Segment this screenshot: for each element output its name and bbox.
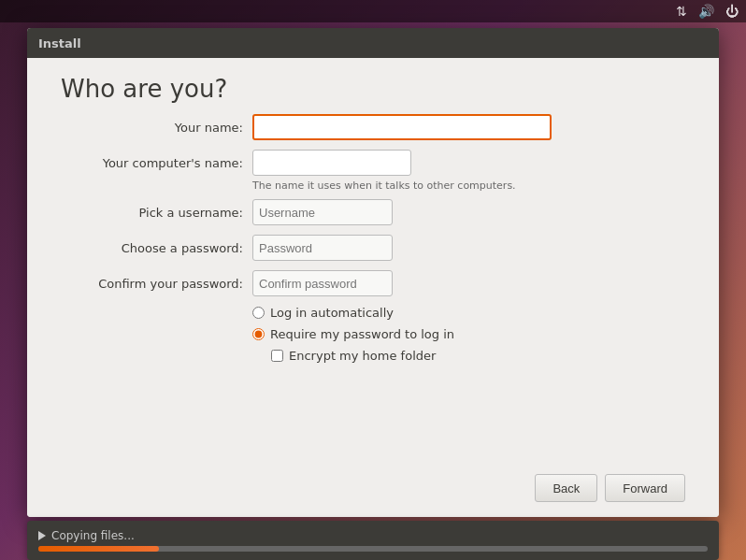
password-row: Choose a password: — [61, 235, 685, 261]
status-text-row: Copying files... — [38, 529, 708, 542]
computer-name-hint: The name it uses when it talks to other … — [252, 179, 685, 192]
button-row: Back Forward — [27, 463, 719, 517]
forward-button[interactable]: Forward — [605, 474, 685, 502]
confirm-password-row: Confirm your password: — [61, 270, 685, 296]
your-name-row: Your name: — [61, 114, 685, 140]
radio-require-password-label: Require my password to log in — [270, 327, 454, 341]
password-label: Choose a password: — [61, 241, 243, 255]
radio-auto-login[interactable] — [252, 307, 265, 319]
status-text: Copying files... — [51, 529, 135, 542]
checkbox-encrypt[interactable] — [271, 350, 283, 362]
progress-bar-background — [38, 546, 708, 552]
your-name-label: Your name: — [61, 121, 243, 135]
window-title: Install — [38, 36, 81, 50]
username-row: Pick a username: — [61, 199, 685, 225]
radio-require-password-row: Require my password to log in — [252, 327, 685, 341]
radio-auto-login-label: Log in automatically — [270, 306, 394, 320]
your-name-input[interactable] — [252, 114, 552, 140]
sort-icon: ⇅ — [676, 4, 687, 19]
volume-icon: 🔊 — [698, 4, 714, 19]
confirm-password-label: Confirm your password: — [61, 277, 243, 291]
confirm-password-input[interactable] — [252, 270, 393, 296]
play-icon — [38, 531, 46, 540]
install-window: Install Who are you? Your name: Your com… — [27, 28, 719, 517]
radio-auto-login-row: Log in automatically — [252, 306, 685, 320]
form-area: Your name: Your computer's name: The nam… — [27, 114, 719, 463]
window-title-bar: Install — [27, 28, 719, 58]
radio-require-password[interactable] — [252, 328, 265, 340]
checkbox-encrypt-row: Encrypt my home folder — [271, 349, 685, 363]
username-label: Pick a username: — [61, 206, 243, 220]
computer-name-input[interactable] — [252, 150, 411, 176]
page-title: Who are you? — [27, 58, 719, 114]
window-body: Who are you? Your name: Your computer's … — [27, 58, 719, 517]
password-input[interactable] — [252, 235, 393, 261]
username-input[interactable] — [252, 199, 393, 225]
top-bar: ⇅ 🔊 ⏻ — [0, 0, 746, 22]
computer-name-row: Your computer's name: — [61, 150, 685, 176]
checkbox-encrypt-label: Encrypt my home folder — [289, 349, 436, 363]
progress-bar-fill — [38, 546, 159, 552]
back-button[interactable]: Back — [535, 474, 597, 502]
status-bar: Copying files... — [27, 521, 719, 560]
power-icon[interactable]: ⏻ — [725, 4, 739, 19]
computer-name-label: Your computer's name: — [61, 156, 243, 170]
